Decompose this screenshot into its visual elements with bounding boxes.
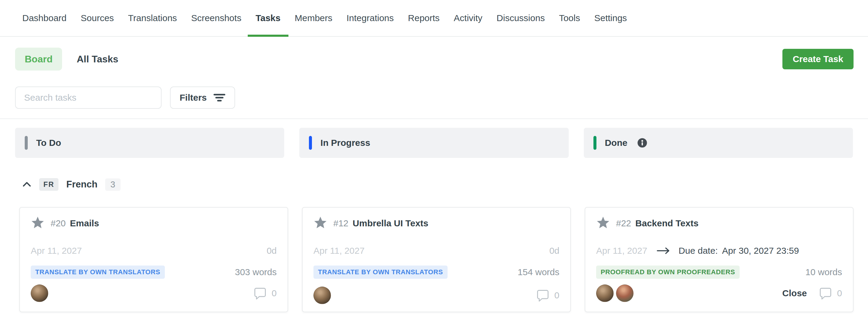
language-code-badge: FR (39, 178, 59, 191)
filters-button[interactable]: Filters (170, 87, 235, 109)
filters-button-label: Filters (180, 92, 207, 103)
comment-bubble-icon (253, 287, 267, 300)
task-status-badge: TRANSLATE BY OWN TRANSLATORS (313, 266, 447, 279)
column-label: In Progress (320, 138, 370, 148)
due-date-label: Due date: (679, 246, 718, 256)
task-word-count: 303 words (235, 267, 277, 277)
task-id: #20 (51, 218, 66, 229)
column-header-done: Done (584, 128, 853, 158)
column-accent-bar (309, 136, 312, 150)
task-cards: #20 Emails Apr 11, 2027 0d TRANSLATE BY … (19, 207, 854, 312)
chevron-up-icon (22, 181, 31, 187)
favorite-star-icon[interactable] (31, 217, 44, 230)
task-status-badge: TRANSLATE BY OWN TRANSLATORS (31, 266, 165, 279)
create-task-button[interactable]: Create Task (782, 49, 854, 69)
comments-button[interactable]: 0 (253, 287, 277, 300)
nav-item-dashboard[interactable]: Dashboard (22, 0, 67, 36)
task-id: #22 (616, 218, 631, 229)
task-start-date: Apr 11, 2027 (31, 246, 82, 256)
task-card[interactable]: #20 Emails Apr 11, 2027 0d TRANSLATE BY … (19, 207, 288, 312)
filter-bar: Filters (15, 87, 853, 109)
comment-bubble-icon (819, 287, 832, 300)
column-accent-bar (25, 136, 28, 150)
column-header-in-progress: In Progress (299, 128, 568, 158)
toolbar: Board All Tasks Create Task (15, 48, 854, 70)
tab-all-tasks[interactable]: All Tasks (76, 54, 118, 65)
comments-button[interactable]: 0 (536, 289, 559, 302)
board-columns: To Do In Progress Done (15, 128, 853, 158)
column-label: To Do (36, 138, 61, 148)
nav-item-translations[interactable]: Translations (128, 0, 177, 36)
task-title: Emails (70, 218, 99, 229)
task-count-badge: 3 (105, 178, 120, 191)
assignee-avatar (616, 284, 633, 302)
nav-item-screenshots[interactable]: Screenshots (191, 0, 241, 36)
nav-item-sources[interactable]: Sources (81, 0, 114, 36)
due-date-value: Apr 30, 2027 23:59 (722, 246, 799, 256)
arrow-right-icon (656, 247, 670, 254)
collapse-group-button[interactable] (22, 181, 31, 187)
info-icon[interactable] (637, 138, 647, 148)
favorite-star-icon[interactable] (313, 217, 327, 230)
comments-button[interactable]: 0 (819, 287, 842, 300)
task-card[interactable]: #22 Backend Texts Apr 11, 2027 Due date:… (585, 207, 854, 312)
search-input[interactable] (15, 87, 161, 109)
task-title: Umbrella UI Texts (352, 218, 428, 229)
nav-item-members[interactable]: Members (295, 0, 333, 36)
nav-item-discussions[interactable]: Discussions (497, 0, 545, 36)
section-divider (0, 118, 868, 119)
nav-item-tools[interactable]: Tools (559, 0, 580, 36)
task-card[interactable]: #12 Umbrella UI Texts Apr 11, 2027 0d TR… (302, 207, 571, 312)
column-header-todo: To Do (15, 128, 284, 158)
comment-bubble-icon (536, 289, 550, 302)
column-label: Done (605, 138, 627, 148)
task-start-date: Apr 11, 2027 (313, 246, 365, 256)
comment-count: 0 (837, 288, 842, 298)
comment-count: 0 (554, 290, 559, 300)
nav-item-reports[interactable]: Reports (408, 0, 440, 36)
tab-board[interactable]: Board (15, 48, 62, 70)
close-task-button[interactable]: Close (782, 288, 807, 298)
task-duration: 0d (267, 246, 277, 256)
nav-item-settings[interactable]: Settings (594, 0, 627, 36)
task-id: #12 (333, 218, 348, 229)
favorite-star-icon[interactable] (596, 217, 610, 230)
top-navigation: Dashboard Sources Translations Screensho… (0, 0, 868, 37)
language-group-header: FR French 3 (22, 178, 868, 191)
task-word-count: 154 words (518, 267, 559, 277)
task-title: Backend Texts (635, 218, 699, 229)
assignee-avatar (596, 284, 614, 302)
nav-item-integrations[interactable]: Integrations (347, 0, 394, 36)
task-duration: 0d (550, 246, 559, 256)
comment-count: 0 (272, 288, 277, 298)
column-accent-bar (593, 136, 596, 150)
task-word-count: 10 words (805, 267, 842, 277)
filter-lines-icon (213, 92, 225, 103)
task-start-date: Apr 11, 2027 (596, 246, 647, 256)
assignee-avatar (313, 287, 331, 304)
nav-item-activity[interactable]: Activity (454, 0, 483, 36)
language-name: French (66, 179, 97, 190)
nav-item-tasks[interactable]: Tasks (255, 0, 281, 36)
task-status-badge: PROOFREAD BY OWN PROOFREADERS (596, 266, 740, 279)
assignee-avatar (31, 284, 48, 302)
